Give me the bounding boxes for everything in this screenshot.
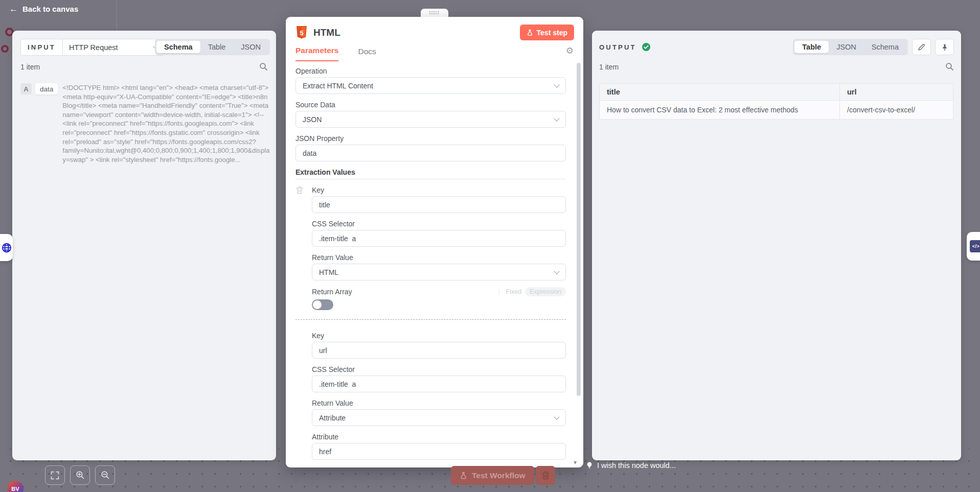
- edit-output-button[interactable]: [912, 39, 931, 55]
- key-label: Key: [312, 332, 566, 340]
- extraction-values-heading: Extraction Values: [295, 168, 566, 179]
- key-label: Key: [312, 186, 566, 195]
- panel-scrollbar[interactable]: [577, 63, 581, 396]
- output-tab-table[interactable]: Table: [794, 41, 829, 53]
- output-view-tabs: Table JSON Schema: [793, 39, 908, 55]
- trash-icon: [542, 471, 550, 480]
- ndv-drag-handle[interactable]: [421, 9, 448, 17]
- test-workflow-button[interactable]: Test Workflow: [451, 466, 534, 485]
- output-tab-json[interactable]: JSON: [829, 41, 864, 53]
- html5-node-icon: 5: [295, 26, 308, 39]
- chevron-down-icon: [554, 115, 559, 121]
- return-value-label: Return Value: [312, 253, 566, 262]
- column-header-url: url: [840, 84, 953, 101]
- cell-url[interactable]: /convert-csv-to-excel/: [840, 101, 953, 120]
- css-selector-input[interactable]: [312, 376, 566, 392]
- return-value-select[interactable]: HTML: [312, 264, 566, 280]
- fit-view-button[interactable]: [45, 465, 65, 485]
- source-data-label: Source Data: [295, 101, 566, 109]
- source-data-select[interactable]: JSON: [295, 111, 566, 128]
- extraction-group-url: Key CSS Selector Return Value Attribute …: [295, 332, 566, 467]
- input-tab-schema[interactable]: Schema: [156, 41, 200, 53]
- input-view-tabs: Schema Table JSON: [155, 39, 270, 55]
- node-title: HTML: [313, 27, 520, 38]
- node-detail-panel: 5 HTML Test step Parameters Docs ⚙ Opera…: [286, 17, 583, 467]
- test-step-button[interactable]: Test step: [520, 25, 574, 40]
- flask-icon: [527, 29, 533, 36]
- input-tab-table[interactable]: Table: [200, 41, 234, 53]
- success-check-icon: [642, 42, 651, 52]
- back-arrow-icon: ←: [9, 5, 18, 13]
- pin-icon: [941, 43, 948, 51]
- input-search-icon[interactable]: [259, 62, 268, 71]
- scroll-down-icon[interactable]: ▾: [574, 459, 577, 466]
- css-selector-label: CSS Selector: [312, 365, 566, 374]
- cell-title[interactable]: How to convert CSV data to Excel: 2 most…: [600, 101, 840, 120]
- return-value-select[interactable]: Attribute: [312, 409, 566, 426]
- parameters-scroll-area: Operation Extract HTML Content Source Da…: [286, 56, 583, 467]
- back-to-canvas-button[interactable]: ← Back to canvas: [9, 5, 78, 13]
- return-array-label: Return Array: [312, 288, 352, 296]
- globe-icon: [1, 242, 12, 253]
- output-panel-title: OUTPUT: [599, 43, 636, 51]
- node-settings-gear-icon[interactable]: ⚙: [566, 46, 574, 55]
- expression-option[interactable]: Expression: [525, 287, 566, 296]
- json-property-label: JSON Property: [295, 134, 566, 143]
- input-panel: INPUT HTTP Request Schema Table JSON 1 i…: [12, 31, 276, 460]
- schema-key-pill[interactable]: data: [35, 83, 58, 95]
- return-value-label: Return Value: [312, 399, 566, 408]
- flask-icon: [460, 472, 467, 480]
- extraction-group-title: Key CSS Selector Return Value HTML Retur…: [295, 186, 566, 310]
- attribute-input[interactable]: [312, 443, 566, 460]
- chevron-down-icon: [554, 268, 559, 274]
- output-search-icon[interactable]: [945, 62, 954, 71]
- table-row[interactable]: How to convert CSV data to Excel: 2 most…: [600, 101, 953, 120]
- ndv-overlay: ← Back to canvas INPUT HTTP Request Sche…: [0, 0, 980, 492]
- output-tab-schema[interactable]: Schema: [864, 41, 906, 53]
- schema-value-text: <!DOCTYPE html> <html lang="en"> <head> …: [61, 83, 272, 164]
- operation-select[interactable]: Extract HTML Content: [295, 77, 566, 94]
- zoom-out-button[interactable]: [95, 465, 115, 485]
- schema-item-data[interactable]: A data <!DOCTYPE html> <html lang="en"> …: [20, 83, 272, 164]
- zoom-in-icon: [76, 471, 85, 480]
- css-selector-input[interactable]: [312, 230, 566, 247]
- fit-view-icon: [51, 471, 59, 480]
- key-input[interactable]: [312, 342, 566, 359]
- json-property-input[interactable]: [295, 145, 566, 161]
- fixed-expression-toggle[interactable]: ⋮ Fixed Expression: [496, 287, 566, 296]
- options-dots-icon[interactable]: ⋮: [496, 288, 503, 296]
- chevron-down-icon: [554, 414, 559, 419]
- input-node-stub[interactable]: [0, 234, 13, 261]
- chevron-down-icon: [554, 82, 559, 87]
- zoom-in-button[interactable]: [70, 465, 90, 485]
- return-array-toggle[interactable]: [312, 299, 333, 310]
- input-items-count: 1 item: [20, 63, 40, 71]
- svg-text:5: 5: [300, 29, 303, 37]
- operation-label: Operation: [295, 67, 566, 76]
- pin-data-button[interactable]: [935, 39, 954, 55]
- output-table: title url How to convert CSV data to Exc…: [599, 83, 953, 120]
- back-label: Back to canvas: [22, 5, 78, 13]
- output-items-count: 1 item: [599, 63, 619, 71]
- key-input[interactable]: [312, 196, 566, 213]
- node-feedback-link[interactable]: I wish this node would...: [586, 461, 676, 470]
- delete-workflow-button[interactable]: [536, 466, 555, 485]
- lightbulb-icon: [586, 461, 593, 470]
- pencil-icon: [918, 43, 925, 51]
- code-node-icon: </>: [970, 240, 980, 252]
- css-selector-label: CSS Selector: [312, 220, 566, 228]
- input-tab-json[interactable]: JSON: [233, 41, 268, 53]
- canvas-zoom-controls: [45, 465, 115, 485]
- delete-extraction-icon[interactable]: [296, 186, 303, 194]
- output-panel: OUTPUT Table JSON Schema 1 item: [592, 31, 961, 460]
- group-divider: [295, 319, 566, 320]
- column-header-title: title: [600, 84, 840, 101]
- next-node-stub[interactable]: </>: [967, 232, 980, 261]
- string-type-icon: A: [20, 83, 32, 95]
- attribute-label: Attribute: [312, 433, 566, 441]
- fixed-option[interactable]: Fixed: [506, 288, 522, 295]
- input-source-select[interactable]: INPUT HTTP Request: [20, 39, 165, 56]
- input-source-value[interactable]: HTTP Request: [63, 39, 164, 55]
- drag-dots-icon: [429, 11, 440, 15]
- input-panel-title: INPUT: [28, 43, 56, 51]
